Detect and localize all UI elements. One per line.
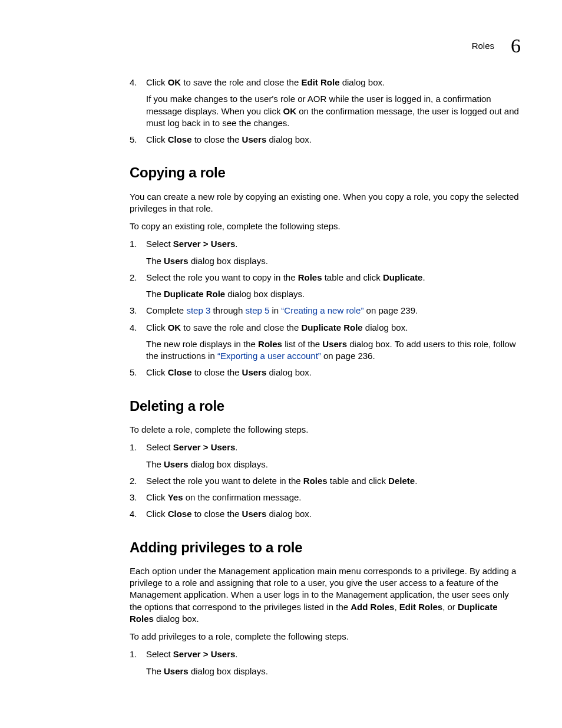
step-item: 3.Click Yes on the confirmation message. bbox=[130, 492, 521, 503]
step-item: 1.Select Server > Users.The Users dialog… bbox=[130, 442, 521, 470]
bold-text: Edit Role bbox=[301, 77, 339, 87]
copying-steps: 1.Select Server > Users.The Users dialog… bbox=[130, 238, 521, 378]
step-text: Click OK to save the role and close the … bbox=[146, 77, 521, 88]
heading-adding-privileges: Adding privileges to a role bbox=[130, 538, 521, 557]
running-header-title: Roles bbox=[472, 40, 494, 52]
step-subtext: The Duplicate Role dialog box displays. bbox=[146, 288, 521, 300]
bold-text: Duplicate Role bbox=[164, 289, 225, 299]
step-text: Click Close to close the Users dialog bo… bbox=[146, 508, 521, 520]
deleting-steps: 1.Select Server > Users.The Users dialog… bbox=[130, 442, 521, 520]
step-number: 4. bbox=[130, 77, 146, 129]
bold-text: Users bbox=[242, 134, 267, 144]
bold-text: Users bbox=[242, 509, 267, 519]
adding-intro-1: Each option under the Management applica… bbox=[130, 565, 521, 625]
bold-text: Edit Roles bbox=[399, 602, 442, 612]
step-body: Select the role you want to delete in th… bbox=[146, 475, 521, 487]
bold-text: Roles bbox=[303, 476, 328, 486]
deleting-intro: To delete a role, complete the following… bbox=[130, 424, 521, 436]
step-text: Select Server > Users. bbox=[146, 648, 521, 660]
step-number: 2. bbox=[130, 272, 146, 301]
heading-copying-a-role: Copying a role bbox=[130, 163, 521, 182]
bold-text: Users bbox=[242, 367, 267, 377]
copying-intro-2: To copy an existing role, complete the f… bbox=[130, 220, 521, 232]
adding-steps: 1.Select Server > Users.The Users dialog… bbox=[130, 648, 521, 677]
step-body: Click OK to save the role and close the … bbox=[146, 77, 521, 129]
bold-text: Close bbox=[168, 367, 192, 377]
step-number: 2. bbox=[130, 475, 146, 487]
bold-text: Users bbox=[164, 256, 189, 266]
bold-text: Yes bbox=[168, 492, 183, 502]
bold-text: Roles bbox=[258, 339, 282, 349]
step-body: Click Close to close the Users dialog bo… bbox=[146, 508, 521, 520]
step-number: 1. bbox=[130, 238, 146, 267]
step-body: Click OK to save the role and close the … bbox=[146, 322, 521, 363]
step-text: Select Server > Users. bbox=[146, 238, 521, 250]
bold-text: Delete bbox=[388, 476, 415, 486]
step-text: Select Server > Users. bbox=[146, 442, 521, 453]
bold-text: Roles bbox=[298, 272, 322, 282]
step-body: Select the role you want to copy in the … bbox=[146, 272, 521, 301]
bold-text: Users bbox=[164, 666, 189, 676]
bold-text: OK bbox=[168, 77, 181, 87]
step-text: Complete step 3 through step 5 in Creati… bbox=[146, 305, 521, 317]
adding-intro-2: To add privileges to a role, complete th… bbox=[130, 631, 521, 643]
bold-text: Close bbox=[168, 134, 192, 144]
copying-intro-1: You can create a new role by copying an … bbox=[130, 191, 521, 215]
step-body: Select Server > Users.The Users dialog b… bbox=[146, 238, 521, 267]
continued-steps: 4.Click OK to save the role and close th… bbox=[130, 77, 521, 146]
step-subtext: The Users dialog box displays. bbox=[146, 666, 521, 677]
step-subtext: The new role displays in the Roles list … bbox=[146, 338, 521, 363]
step-number: 5. bbox=[130, 134, 146, 146]
step-text: Select the role you want to copy in the … bbox=[146, 272, 521, 284]
step-item: 1.Select Server > Users.The Users dialog… bbox=[130, 238, 521, 267]
step-text: Click Close to close the Users dialog bo… bbox=[146, 134, 521, 146]
step-text: Click OK to save the role and close the … bbox=[146, 322, 521, 334]
step-item: 4.Click OK to save the role and close th… bbox=[130, 77, 521, 129]
step-number: 1. bbox=[130, 648, 146, 677]
step-subtext: If you make changes to the user's role o… bbox=[146, 93, 521, 129]
step-subtext: The Users dialog box displays. bbox=[146, 255, 521, 267]
cross-reference-link[interactable]: Creating a new role bbox=[281, 305, 363, 315]
step-item: 4.Click Close to close the Users dialog … bbox=[130, 508, 521, 520]
heading-deleting-a-role: Deleting a role bbox=[130, 397, 521, 416]
bold-text: Close bbox=[168, 509, 192, 519]
step-text: Click Close to close the Users dialog bo… bbox=[146, 367, 521, 378]
step-text: Select the role you want to delete in th… bbox=[146, 475, 521, 487]
step-number: 5. bbox=[130, 367, 146, 378]
bold-text: Users bbox=[164, 459, 189, 469]
step-text: Click Yes on the confirmation message. bbox=[146, 492, 521, 503]
step-number: 4. bbox=[130, 508, 146, 520]
step-number: 1. bbox=[130, 442, 146, 470]
step-number: 3. bbox=[130, 305, 146, 317]
step-item: 5.Click Close to close the Users dialog … bbox=[130, 367, 521, 378]
step-body: Select Server > Users.The Users dialog b… bbox=[146, 442, 521, 470]
bold-text: Add Roles bbox=[351, 602, 394, 612]
bold-text: Server > Users bbox=[173, 649, 236, 659]
step-body: Select Server > Users.The Users dialog b… bbox=[146, 648, 521, 677]
bold-text: OK bbox=[168, 322, 181, 332]
cross-reference-link[interactable]: step 3 bbox=[186, 305, 210, 315]
page: Roles 6 4.Click OK to save the role and … bbox=[0, 0, 562, 728]
step-body: Click Close to close the Users dialog bo… bbox=[146, 134, 521, 146]
step-item: 2.Select the role you want to copy in th… bbox=[130, 272, 521, 301]
running-header: Roles 6 bbox=[472, 32, 521, 60]
bold-text: Server > Users bbox=[173, 442, 236, 452]
cross-reference-link[interactable]: Exporting a user account bbox=[217, 351, 321, 361]
step-subtext: The Users dialog box displays. bbox=[146, 459, 521, 470]
step-body: Click Close to close the Users dialog bo… bbox=[146, 367, 521, 378]
step-item: 3.Complete step 3 through step 5 in Crea… bbox=[130, 305, 521, 317]
step-number: 3. bbox=[130, 492, 146, 503]
bold-text: Duplicate Role bbox=[301, 322, 362, 332]
step-item: 5.Click Close to close the Users dialog … bbox=[130, 134, 521, 146]
step-number: 4. bbox=[130, 322, 146, 363]
bold-text: OK bbox=[283, 106, 297, 116]
bold-text: Server > Users bbox=[173, 239, 236, 249]
bold-text: Duplicate bbox=[383, 272, 423, 282]
chapter-number: 6 bbox=[511, 32, 521, 60]
cross-reference-link[interactable]: step 5 bbox=[245, 305, 269, 315]
step-body: Complete step 3 through step 5 in Creati… bbox=[146, 305, 521, 317]
step-item: 2.Select the role you want to delete in … bbox=[130, 475, 521, 487]
bold-text: Duplicate Roles bbox=[130, 602, 497, 624]
bold-text: Users bbox=[322, 339, 347, 349]
page-content: 4.Click OK to save the role and close th… bbox=[130, 32, 521, 677]
